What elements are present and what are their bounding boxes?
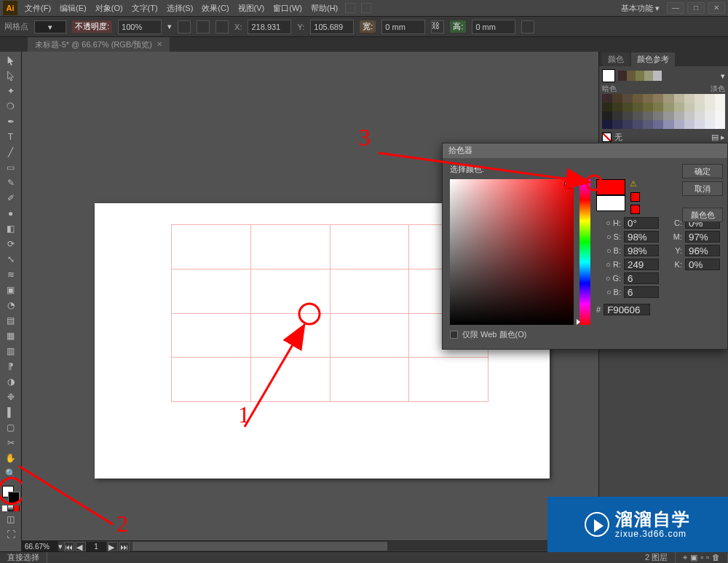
screen-mode-icon[interactable]: ⛶ [2,527,20,542]
line-tool-icon[interactable]: ╱ [2,145,20,160]
eraser-tool-icon[interactable]: ◧ [2,221,20,236]
pencil-tool-icon[interactable]: ✐ [2,191,20,205]
menu-help[interactable]: 帮助(H) [306,3,342,14]
artboard-number[interactable]: 1 [86,542,106,551]
tab-close-icon[interactable]: ✕ [157,37,162,52]
gamut-swatch[interactable] [630,192,640,202]
pen-tool-icon[interactable]: ✒ [2,114,20,129]
document-tab[interactable]: 未标题-5* @ 66.67% (RGB/预览) ✕ [28,37,170,52]
shape-builder-tool-icon[interactable]: ◔ [2,298,20,312]
b-input[interactable] [624,245,659,256]
menu-file[interactable]: 文件(F) [20,3,55,14]
new-sublayer-icon[interactable]: ▫ [700,553,703,562]
lasso-tool-icon[interactable]: ❍ [2,99,20,114]
b2-input[interactable] [624,286,659,298]
menu-view[interactable]: 视图(V) [234,3,269,14]
hue-slider[interactable] [579,179,590,325]
mesh-grid[interactable] [171,224,488,402]
align-icon[interactable] [521,20,534,34]
harmony-swatches[interactable] [618,71,662,81]
anchor-convert-icon[interactable] [197,20,210,34]
s-input[interactable] [624,231,659,243]
symbol-sprayer-tool-icon[interactable]: ❉ [2,390,20,404]
column-graph-tool-icon[interactable]: ▌ [2,405,20,420]
menu-edit[interactable]: 编辑(E) [55,3,91,14]
hex-input[interactable] [604,304,650,315]
blob-brush-tool-icon[interactable]: ● [2,206,20,221]
layout-stack-icon[interactable] [345,3,355,13]
zoom-input[interactable]: 66.67% [22,541,58,552]
ok-button[interactable]: 确定 [682,164,723,178]
brush-tool-icon[interactable]: ✎ [2,176,20,190]
fill-stroke-swatch[interactable] [2,486,20,503]
menu-window[interactable]: 窗口(W) [269,3,306,14]
artboard-tool-icon[interactable]: ▢ [2,420,20,435]
x-input[interactable]: 218.931 [248,20,291,34]
scale-tool-icon[interactable]: ⤡ [2,252,20,267]
locate-layer-icon[interactable]: ⌖ [683,553,687,562]
first-artboard-icon[interactable]: ⏮ [64,542,74,551]
g-input[interactable] [624,272,659,284]
hand-tool-icon[interactable]: ✋ [2,451,20,465]
window-maximize[interactable]: □ [687,2,705,14]
saturation-value-box[interactable] [450,179,574,325]
y-input[interactable]: 105.689 [310,20,354,34]
none-swatch-icon[interactable] [602,133,612,142]
r-input[interactable] [624,259,659,270]
harmony-menu-icon[interactable]: ▾ [721,71,725,81]
perspective-tool-icon[interactable]: ▤ [2,313,20,328]
h-input[interactable] [624,217,659,229]
magic-wand-tool-icon[interactable]: ✦ [2,84,20,98]
draw-mode-icon[interactable]: ◫ [2,512,20,527]
m-input[interactable] [685,231,720,243]
last-artboard-icon[interactable]: ⏭ [119,542,130,551]
k-input[interactable] [685,259,720,270]
mesh-tool-icon[interactable]: ▦ [2,328,20,343]
width-input[interactable]: 0 mm [381,20,425,34]
direct-selection-tool-icon[interactable] [2,68,20,83]
menu-select[interactable]: 选择(S) [162,3,198,14]
base-swatch[interactable] [602,69,615,82]
h-scrollbar[interactable] [132,542,596,551]
type-tool-icon[interactable]: T [2,130,20,144]
tab-color-guide[interactable]: 颜色参考 [631,52,675,66]
rectangle-tool-icon[interactable]: ▭ [2,160,20,175]
free-transform-tool-icon[interactable]: ▣ [2,283,20,297]
tab-color[interactable]: 颜色 [602,52,630,66]
hue-pointer-icon[interactable] [577,319,580,325]
menu-effect[interactable]: 效果(C) [197,3,233,14]
picker-title[interactable]: 拾色器 [443,143,727,158]
height-input[interactable]: 0 mm [472,20,515,34]
selection-tool-icon[interactable] [2,53,20,68]
cancel-button[interactable]: 取消 [682,181,723,196]
swatches-button[interactable]: 颜色色 [682,208,723,222]
layout-split-icon[interactable] [361,3,371,13]
next-artboard-icon[interactable]: ▶ [108,542,118,551]
web-only-checkbox[interactable] [450,331,458,339]
menu-type[interactable]: 文字(T) [127,3,162,14]
tint-shade-table[interactable] [602,94,725,129]
gamut-warning-icon[interactable]: ⚠ [630,179,640,189]
y-input[interactable] [685,245,720,256]
panel-opts-icon[interactable]: ▤ ▸ [711,133,725,142]
color-mode-buttons[interactable] [2,505,20,511]
zoom-tool-icon[interactable]: 🔍 [2,466,20,481]
blend-tool-icon[interactable]: ◑ [2,374,20,389]
window-close[interactable]: ✕ [708,2,725,14]
width-tool-icon[interactable]: ≋ [2,267,20,282]
window-minimize[interactable]: — [667,2,684,14]
prev-artboard-icon[interactable]: ◀ [76,542,86,551]
new-layer-icon[interactable]: ▫ [706,553,709,562]
opacity-input[interactable]: 100% [118,20,162,34]
anchor-remove-icon[interactable] [215,20,229,34]
make-clip-icon[interactable]: ▣ [690,553,697,562]
link-wh-icon[interactable]: ⛓ [431,20,444,34]
sv-cursor[interactable] [565,181,572,188]
style-btn[interactable] [178,20,191,34]
rotate-tool-icon[interactable]: ⟳ [2,237,20,251]
slice-tool-icon[interactable]: ✂ [2,436,20,450]
delete-layer-icon[interactable]: 🗑 [712,553,720,562]
eyedropper-tool-icon[interactable]: ⁋ [2,359,20,374]
menu-object[interactable]: 对象(O) [91,3,127,14]
workspace-switcher[interactable]: 基本功能 ▾ [621,3,660,14]
